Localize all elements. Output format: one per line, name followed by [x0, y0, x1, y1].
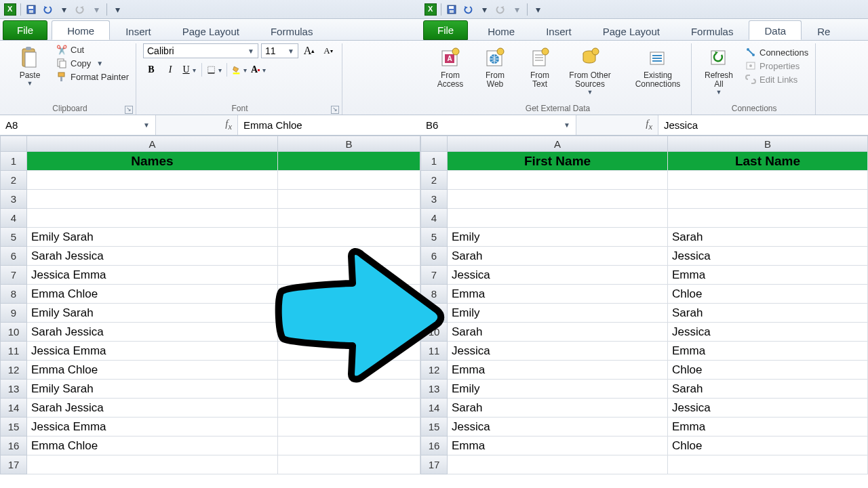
row-header[interactable]: 10 — [420, 323, 448, 342]
undo-menu-icon[interactable]: ▾ — [478, 3, 490, 16]
cell[interactable]: Emily Sarah — [27, 304, 278, 323]
row-header[interactable]: 6 — [420, 247, 448, 266]
underline-button[interactable]: U▾ — [181, 62, 197, 77]
cut-button[interactable]: ✂️Cut — [54, 43, 130, 56]
tab-home[interactable]: Home — [52, 20, 110, 40]
cell[interactable]: Jessica — [448, 342, 668, 361]
redo-icon[interactable] — [74, 3, 86, 16]
cell[interactable]: Names — [27, 152, 278, 171]
clipboard-dialog-launcher[interactable]: ↘ — [125, 106, 133, 114]
cell[interactable] — [27, 171, 278, 190]
cell[interactable]: Chloe — [668, 285, 868, 304]
redo-icon[interactable] — [494, 3, 507, 16]
name-box[interactable]: A8▼ — [0, 115, 156, 135]
cell[interactable] — [278, 171, 420, 190]
cell[interactable]: Emma Chloe — [27, 285, 278, 304]
bold-button[interactable]: B — [143, 62, 159, 77]
cell[interactable]: Sarah — [668, 228, 868, 247]
cell[interactable] — [278, 304, 420, 323]
qat-customize-icon[interactable]: ▾ — [532, 3, 544, 16]
cell[interactable]: Emma Chloe — [27, 436, 278, 455]
edit-links-button[interactable]: Edit Links — [743, 73, 810, 85]
row-header[interactable]: 17 — [420, 455, 448, 474]
row-header[interactable]: 9 — [420, 304, 448, 323]
cell[interactable] — [278, 247, 420, 266]
cell[interactable]: Sarah — [668, 380, 868, 399]
cell[interactable]: Sarah Jessica — [27, 247, 278, 266]
font-size-combo[interactable]: 11▼ — [261, 43, 298, 58]
cell[interactable]: Sarah — [668, 304, 868, 323]
cell[interactable]: Jessica Emma — [27, 418, 278, 436]
cell[interactable]: Jessica — [448, 266, 668, 285]
cell[interactable]: Emma Chloe — [27, 361, 278, 380]
name-box[interactable]: B6▼ — [420, 115, 576, 135]
column-header[interactable]: A — [448, 136, 668, 152]
from-web-button[interactable]: FromWeb — [475, 43, 515, 89]
tab-page-layout[interactable]: Page Layout — [587, 21, 675, 40]
row-header[interactable]: 4 — [0, 209, 27, 228]
cell[interactable]: Sarah — [448, 323, 668, 342]
cell[interactable] — [278, 209, 420, 228]
italic-button[interactable]: I — [162, 62, 178, 77]
redo-menu-icon[interactable]: ▾ — [90, 3, 102, 16]
cell[interactable] — [278, 266, 420, 285]
qat-customize-icon[interactable]: ▾ — [111, 3, 123, 16]
column-header[interactable]: B — [668, 136, 868, 152]
cell[interactable] — [278, 285, 420, 304]
spreadsheet-grid[interactable]: AB1First NameLast Name2345EmilySarah6Sar… — [420, 136, 868, 474]
row-header[interactable]: 15 — [0, 418, 27, 436]
cell[interactable] — [448, 190, 668, 209]
row-header[interactable]: 14 — [420, 399, 448, 418]
fx-button[interactable]: fx — [576, 115, 658, 135]
tab-page-layout[interactable]: Page Layout — [167, 21, 255, 40]
cell[interactable] — [278, 399, 420, 418]
cell[interactable]: Emma — [668, 342, 868, 361]
cell[interactable] — [278, 418, 420, 436]
connections-button[interactable]: Connections — [743, 46, 810, 58]
properties-button[interactable]: Properties — [743, 60, 810, 72]
tab-file[interactable]: File — [3, 20, 47, 40]
tab-insert[interactable]: Insert — [110, 21, 167, 40]
row-header[interactable]: 11 — [420, 342, 448, 361]
spreadsheet-grid[interactable]: AB1Names2345Emily Sarah6Sarah Jessica7Je… — [0, 136, 420, 474]
font-color-button[interactable]: A▾ — [250, 62, 267, 77]
fx-button[interactable]: fx — [156, 115, 237, 135]
cell[interactable] — [668, 209, 868, 228]
row-header[interactable]: 2 — [420, 171, 448, 190]
tab-review[interactable]: Re — [802, 21, 833, 40]
formula-input[interactable]: Emma Chloe — [237, 115, 420, 135]
cell[interactable] — [448, 209, 668, 228]
cell[interactable]: Jessica Emma — [27, 266, 278, 285]
existing-connections-button[interactable]: ExistingConnections — [630, 43, 686, 89]
row-header[interactable]: 3 — [420, 190, 448, 209]
cell[interactable] — [448, 455, 668, 474]
cell[interactable] — [668, 171, 868, 190]
save-icon[interactable] — [25, 3, 37, 16]
row-header[interactable]: 7 — [420, 266, 448, 285]
refresh-all-button[interactable]: RefreshAll▼ — [698, 43, 739, 96]
decrease-font-icon[interactable]: A▾ — [320, 43, 336, 58]
cell[interactable] — [448, 171, 668, 190]
cell[interactable] — [278, 380, 420, 399]
undo-icon[interactable] — [462, 3, 474, 16]
row-header[interactable]: 13 — [420, 380, 448, 399]
borders-button[interactable]: ▾ — [206, 62, 222, 77]
cell[interactable]: First Name — [448, 152, 668, 171]
tab-formulas[interactable]: Formulas — [255, 21, 329, 40]
format-painter-button[interactable]: Format Painter — [54, 70, 130, 83]
tab-file[interactable]: File — [423, 20, 468, 40]
font-dialog-launcher[interactable]: ↘ — [331, 106, 339, 114]
cell[interactable]: Emma — [448, 285, 668, 304]
row-header[interactable]: 1 — [420, 152, 448, 171]
row-header[interactable]: 12 — [420, 361, 448, 380]
cell[interactable]: Jessica Emma — [27, 342, 278, 361]
cell[interactable]: Last Name — [668, 152, 868, 171]
cell[interactable]: Sarah Jessica — [27, 399, 278, 418]
cell[interactable]: Sarah Jessica — [27, 323, 278, 342]
cell[interactable]: Emily Sarah — [27, 380, 278, 399]
cell[interactable]: Emily — [448, 304, 668, 323]
paste-button[interactable]: Paste ▼ — [9, 43, 50, 87]
row-header[interactable]: 13 — [0, 380, 27, 399]
undo-menu-icon[interactable]: ▾ — [58, 3, 70, 16]
copy-button[interactable]: Copy▼ — [54, 57, 130, 69]
